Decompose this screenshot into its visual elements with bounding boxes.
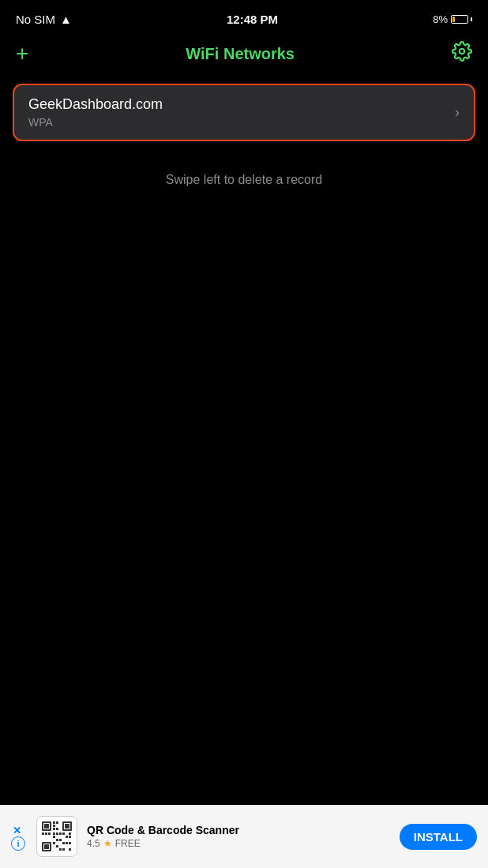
add-button[interactable]: + — [16, 43, 28, 65]
chevron-right-icon: › — [455, 104, 460, 121]
svg-rect-24 — [66, 836, 68, 838]
svg-rect-14 — [53, 828, 55, 830]
network-security: WPA — [28, 116, 163, 129]
page-title: WiFi Networks — [186, 45, 295, 63]
ad-info-label: i — [17, 839, 19, 848]
hint-text: Swipe left to delete a record — [0, 173, 488, 187]
ad-close-icon[interactable]: ✕ — [13, 825, 21, 836]
svg-rect-28 — [59, 839, 62, 841]
status-right: 8% — [433, 13, 472, 25]
svg-rect-4 — [44, 824, 49, 829]
install-button[interactable]: INSTALL — [400, 824, 477, 850]
status-left: No SIM ▲ — [16, 13, 72, 26]
ad-price: FREE — [115, 838, 141, 849]
status-bar: No SIM ▲ 12:48 PM 8% — [0, 0, 488, 35]
ad-qr-image — [36, 816, 77, 857]
ad-app-name: QR Code & Barcode Scanner — [87, 824, 390, 836]
svg-rect-36 — [69, 848, 71, 851]
ad-rating-value: 4.5 — [87, 838, 100, 849]
ad-rating: 4.5 ★ FREE — [87, 838, 390, 849]
svg-rect-25 — [69, 836, 71, 838]
svg-rect-32 — [53, 842, 55, 844]
svg-rect-22 — [45, 832, 47, 835]
svg-rect-33 — [56, 845, 58, 847]
ad-info-icon[interactable]: i — [11, 836, 25, 851]
svg-rect-19 — [62, 832, 65, 835]
svg-rect-26 — [53, 836, 55, 838]
svg-rect-18 — [59, 832, 62, 835]
svg-rect-21 — [42, 832, 44, 835]
svg-point-0 — [460, 49, 465, 54]
ad-banner[interactable]: i ✕ — [0, 805, 488, 868]
svg-rect-31 — [69, 842, 71, 844]
status-time: 12:48 PM — [227, 13, 278, 26]
svg-rect-10 — [44, 844, 49, 849]
network-name: GeekDashboard.com — [28, 96, 163, 113]
svg-rect-20 — [69, 832, 71, 835]
svg-rect-7 — [65, 824, 69, 829]
ad-text-section: QR Code & Barcode Scanner 4.5 ★ FREE — [87, 824, 390, 849]
svg-rect-30 — [66, 842, 68, 844]
svg-rect-13 — [53, 825, 55, 827]
wifi-icon: ▲ — [60, 13, 72, 26]
svg-rect-16 — [53, 832, 55, 835]
svg-rect-11 — [53, 821, 55, 824]
network-info: GeekDashboard.com WPA — [28, 96, 163, 129]
network-list: GeekDashboard.com WPA › — [0, 76, 488, 149]
nav-bar: + WiFi Networks — [0, 35, 488, 76]
svg-rect-12 — [56, 821, 58, 824]
svg-rect-29 — [62, 842, 65, 844]
svg-rect-17 — [56, 832, 58, 835]
gear-icon — [452, 41, 472, 62]
settings-button[interactable] — [452, 41, 472, 66]
svg-rect-27 — [56, 839, 58, 841]
svg-rect-35 — [62, 848, 65, 851]
ad-star-icon: ★ — [103, 838, 112, 849]
battery-icon — [451, 15, 472, 24]
network-item[interactable]: GeekDashboard.com WPA › — [13, 84, 475, 141]
svg-rect-34 — [59, 848, 62, 851]
battery-percent: 8% — [433, 13, 448, 25]
svg-rect-15 — [56, 828, 58, 830]
carrier-label: No SIM — [16, 13, 55, 26]
svg-rect-23 — [48, 832, 51, 835]
